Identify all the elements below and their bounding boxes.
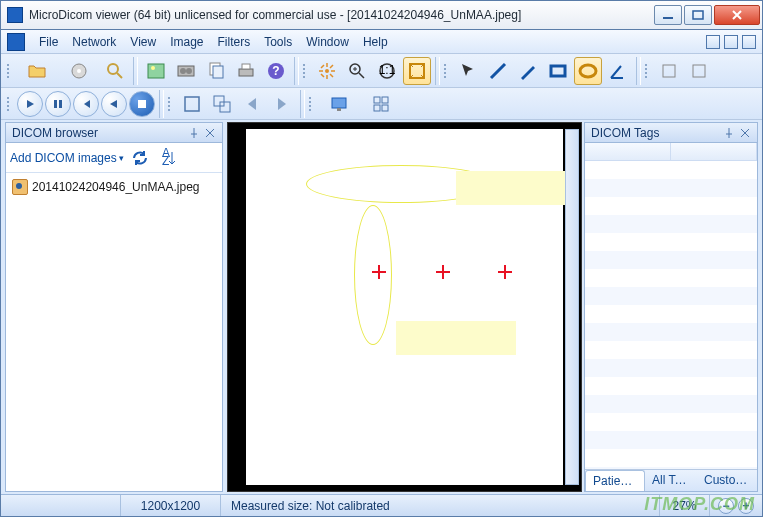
video-button[interactable] — [172, 57, 200, 85]
svg-point-22 — [580, 65, 596, 77]
actual-size-button[interactable]: 1:1 — [373, 57, 401, 85]
refresh-button[interactable] — [128, 146, 152, 170]
svg-point-4 — [108, 64, 118, 74]
layout-grid-button[interactable] — [361, 90, 401, 118]
pan-button[interactable] — [313, 57, 341, 85]
toolbar-separator — [294, 57, 299, 85]
menu-filters[interactable]: Filters — [218, 35, 251, 49]
svg-rect-30 — [220, 102, 230, 112]
menu-image[interactable]: Image — [170, 35, 203, 49]
svg-point-9 — [186, 68, 192, 74]
extra-tool-1[interactable] — [655, 57, 683, 85]
mdi-restore-icon[interactable] — [724, 35, 738, 49]
toolbar-grip[interactable] — [444, 64, 450, 78]
panel-close-icon[interactable] — [739, 127, 751, 139]
image-button[interactable] — [142, 57, 170, 85]
step-back-button[interactable] — [101, 91, 127, 117]
display-mode-button[interactable] — [319, 90, 359, 118]
open-disc-button[interactable] — [59, 57, 99, 85]
svg-point-16 — [325, 69, 329, 73]
add-dicom-images-button[interactable]: Add DICOM images ▾ — [10, 151, 124, 165]
pointer-tool-button[interactable] — [454, 57, 482, 85]
open-folder-button[interactable] — [17, 57, 57, 85]
window-multi-button[interactable] — [208, 90, 236, 118]
angle-tool-button[interactable] — [604, 57, 632, 85]
menu-file[interactable]: File — [39, 35, 58, 49]
watermark: ITMOP.COM — [644, 494, 755, 515]
mdi-close-icon[interactable] — [742, 35, 756, 49]
fit-window-button[interactable] — [403, 57, 431, 85]
prev-frame-button[interactable] — [73, 91, 99, 117]
stop-button[interactable] — [129, 91, 155, 117]
annotation-label[interactable] — [456, 171, 576, 205]
ellipse-tool-button[interactable] — [574, 57, 602, 85]
window-single-button[interactable] — [178, 90, 206, 118]
dicom-browser-title: DICOM browser — [6, 123, 222, 143]
toolbar-grip[interactable] — [7, 64, 13, 78]
svg-rect-0 — [663, 17, 673, 19]
maximize-button[interactable] — [684, 5, 712, 25]
svg-point-6 — [151, 66, 155, 70]
file-name: 20141024204946_UnMAA.jpeg — [32, 180, 199, 194]
tags-column[interactable] — [585, 143, 671, 160]
search-button[interactable] — [101, 57, 129, 85]
svg-rect-35 — [374, 105, 380, 111]
rectangle-tool-button[interactable] — [544, 57, 572, 85]
tab-all-tags[interactable]: All Tags — [645, 470, 697, 491]
nav-first-button[interactable] — [238, 90, 266, 118]
tab-custom-tags[interactable]: Custom Ta.. — [697, 470, 757, 491]
annotation-point[interactable] — [498, 265, 512, 279]
panel-title-text: DICOM browser — [12, 126, 98, 140]
annotation-label[interactable] — [396, 321, 516, 355]
toolbar-grip[interactable] — [7, 97, 13, 111]
menu-tools[interactable]: Tools — [264, 35, 292, 49]
tree-item[interactable]: 20141024204946_UnMAA.jpeg — [10, 177, 218, 197]
toolbar-grip[interactable] — [645, 64, 651, 78]
extra-tool-2[interactable] — [685, 57, 713, 85]
panel-title-text: DICOM Tags — [591, 126, 659, 140]
image-canvas[interactable] — [227, 122, 582, 492]
toolbar-grip[interactable] — [309, 97, 315, 111]
tab-patient-info[interactable]: Patient inf.. — [585, 470, 645, 491]
toolbar-separator — [435, 57, 440, 85]
menu-help[interactable]: Help — [363, 35, 388, 49]
file-tree[interactable]: 20141024204946_UnMAA.jpeg — [6, 173, 222, 491]
sort-button[interactable]: AZ — [156, 146, 180, 170]
svg-rect-26 — [59, 100, 62, 108]
menubar: File Network View Image Filters Tools Wi… — [1, 30, 762, 54]
dicom-tags-panel: DICOM Tags Patient inf.. All Tags Custom… — [584, 122, 758, 492]
minimize-button[interactable] — [654, 5, 682, 25]
menu-window[interactable]: Window — [306, 35, 349, 49]
print-button[interactable] — [232, 57, 260, 85]
add-dicom-label: Add DICOM images — [10, 151, 117, 165]
pause-button[interactable] — [45, 91, 71, 117]
toolbar-grip[interactable] — [168, 97, 174, 111]
close-button[interactable] — [714, 5, 760, 25]
annotation-point[interactable] — [436, 265, 450, 279]
panel-close-icon[interactable] — [204, 127, 216, 139]
annotation-point[interactable] — [372, 265, 386, 279]
mdi-window-controls — [706, 35, 756, 49]
menu-view[interactable]: View — [130, 35, 156, 49]
pencil-tool-button[interactable] — [514, 57, 542, 85]
line-tool-button[interactable] — [484, 57, 512, 85]
pin-icon[interactable] — [723, 127, 735, 139]
svg-text:1:1: 1:1 — [379, 63, 396, 77]
zoom-button[interactable] — [343, 57, 371, 85]
app-icon — [7, 7, 23, 23]
copy-button[interactable] — [202, 57, 230, 85]
toolbar-separator — [300, 90, 305, 118]
vertical-scrollbar[interactable] — [565, 129, 579, 485]
tags-list[interactable] — [585, 161, 757, 469]
nav-last-button[interactable] — [268, 90, 296, 118]
menu-network[interactable]: Network — [72, 35, 116, 49]
toolbar-grip[interactable] — [303, 64, 309, 78]
mdi-minimize-icon[interactable] — [706, 35, 720, 49]
help-button[interactable]: ? — [262, 57, 290, 85]
svg-point-3 — [77, 69, 81, 73]
svg-rect-28 — [185, 97, 199, 111]
play-button[interactable] — [17, 91, 43, 117]
pin-icon[interactable] — [188, 127, 200, 139]
tags-column[interactable] — [671, 143, 757, 160]
tags-header-row[interactable] — [585, 143, 757, 161]
